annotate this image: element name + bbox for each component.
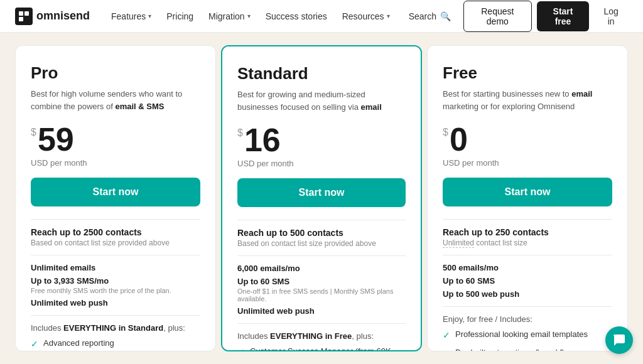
divider [443, 255, 612, 255]
price-dollar-free: $ [443, 127, 448, 138]
feature-sms-free: Up to 60 SMS [443, 276, 612, 286]
plan-name-standard: Standard [237, 64, 406, 83]
brand-name: omnisend [36, 9, 90, 23]
price-period-standard: USD per month [237, 159, 406, 168]
price-row-pro: $ 59 [31, 123, 200, 156]
plan-name-pro: Pro [31, 63, 200, 83]
price-period-free: USD per month [443, 158, 612, 168]
plan-desc-standard: Best for growing and medium-sized busine… [237, 88, 406, 114]
plan-card-pro: Pro Best for high volume senders who wan… [15, 45, 216, 351]
feature-note-sms-standard: One-off $1 in free SMS sends | Monthly S… [237, 287, 406, 302]
check-item-free-2: ✓ Pre-built automations & workflows [443, 347, 612, 351]
login-button[interactable]: Log in [594, 3, 628, 30]
plan-desc-free: Best for starting businesses new to emai… [443, 88, 612, 113]
logo-icon [15, 8, 33, 25]
divider [443, 219, 612, 220]
start-now-button-pro[interactable]: Start now [31, 178, 200, 206]
divider [237, 220, 406, 220]
svg-rect-1 [24, 11, 29, 16]
divider [237, 255, 406, 256]
chevron-down-icon: ▾ [387, 13, 390, 19]
feature-emails-free: 500 emails/mo [443, 263, 612, 272]
nav-links: Features ▾ Pricing Migration ▾ Success s… [105, 8, 396, 25]
check-icon: ✓ [443, 329, 450, 342]
check-item-pro-1: ✓ Advanced reporting [31, 338, 200, 351]
feature-push-pro: Unlimited web push [31, 298, 200, 308]
includes-title-free: Enjoy, for free / Includes: [443, 314, 612, 324]
price-amount-pro: 59 [38, 123, 74, 156]
divider [31, 219, 200, 220]
start-now-button-free[interactable]: Start now [443, 178, 612, 206]
search-button[interactable]: Search 🔍 [401, 8, 458, 25]
nav-success-stories[interactable]: Success stories [259, 8, 333, 25]
feature-title-free: Reach up to 250 contacts [443, 227, 612, 237]
feature-push-standard: Unlimited web push [237, 306, 406, 316]
divider [31, 315, 200, 316]
chat-button[interactable] [605, 326, 633, 354]
navbar: omnisend Features ▾ Pricing Migration ▾ … [0, 0, 643, 33]
nav-migration[interactable]: Migration ▾ [202, 8, 257, 25]
includes-title-pro: Includes EVERYTHING in Standard, plus: [31, 323, 200, 333]
feature-subtitle-standard: Based on contact list size provided abov… [237, 239, 406, 248]
nav-resources[interactable]: Resources ▾ [336, 8, 396, 25]
feature-sms-standard: Up to 60 SMS [237, 277, 406, 286]
nav-pricing[interactable]: Pricing [160, 8, 200, 25]
search-icon: 🔍 [440, 11, 451, 21]
feature-emails-pro: Unlimited emails [31, 263, 200, 272]
check-icon: ✓ [443, 348, 450, 351]
plan-card-free: Free Best for starting businesses new to… [427, 45, 628, 351]
feature-emails-standard: 6,000 emails/mo [237, 264, 406, 273]
feature-subtitle-pro: Based on contact list size provided abov… [31, 238, 200, 247]
divider [443, 306, 612, 307]
plan-card-standard: Standard Best for growing and medium-siz… [221, 45, 422, 351]
check-icon: ✓ [237, 346, 245, 351]
feature-sms-pro: Up to 3,933 SMS/mo [31, 276, 200, 286]
plan-desc-pro: Best for high volume senders who want to… [31, 88, 200, 113]
svg-rect-2 [19, 17, 23, 21]
feature-push-free: Up to 500 web push [443, 289, 612, 299]
price-row-free: $ 0 [443, 123, 612, 156]
pricing-section: Pro Best for high volume senders who wan… [0, 33, 643, 364]
divider [31, 255, 200, 255]
start-now-button-standard[interactable]: Start now [237, 178, 406, 207]
feature-title-standard: Reach up to 500 contacts [237, 228, 406, 238]
feature-note-sms-pro: Free monthly SMS worth the price of the … [31, 287, 200, 294]
check-item-free-1: ✓ Professional looking email templates [443, 329, 612, 342]
price-dollar-pro: $ [31, 127, 36, 138]
check-icon: ✓ [31, 338, 38, 351]
nav-actions: Search 🔍 Request demo Start free Log in [401, 1, 628, 32]
price-amount-free: 0 [450, 123, 468, 156]
chevron-down-icon: ▾ [148, 13, 151, 19]
price-row-standard: $ 16 [237, 124, 406, 156]
svg-rect-0 [19, 11, 23, 16]
price-dollar-standard: $ [237, 127, 243, 139]
request-demo-button[interactable]: Request demo [463, 1, 532, 32]
divider [237, 323, 406, 324]
start-free-button[interactable]: Start free [537, 1, 590, 31]
chevron-down-icon: ▾ [247, 13, 251, 19]
check-item-standard-1: ✓ Customer Success Manager (from 60K con… [237, 346, 406, 351]
price-period-pro: USD per month [31, 158, 200, 168]
nav-features[interactable]: Features ▾ [105, 8, 158, 25]
includes-title-standard: Includes EVERYTHING in Free, plus: [237, 331, 406, 341]
plan-name-free: Free [443, 63, 612, 83]
feature-subtitle-free: Unlimited contact list size [443, 238, 612, 247]
feature-title-pro: Reach up to 2500 contacts [31, 227, 200, 237]
price-amount-standard: 16 [244, 124, 281, 156]
logo[interactable]: omnisend [15, 8, 90, 25]
